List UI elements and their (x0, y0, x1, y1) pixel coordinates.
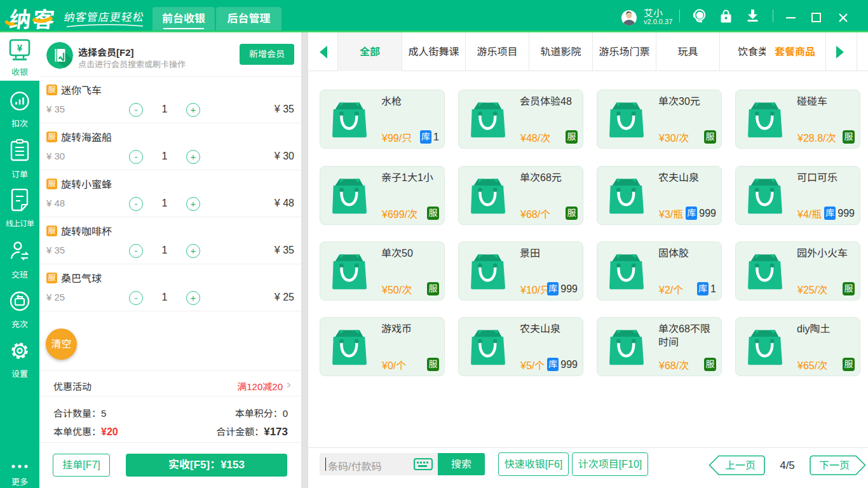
svg-text:¥: ¥ (17, 41, 23, 54)
svg-text:下一页: 下一页 (819, 457, 850, 472)
svg-text:上一页: 上一页 (725, 457, 756, 472)
